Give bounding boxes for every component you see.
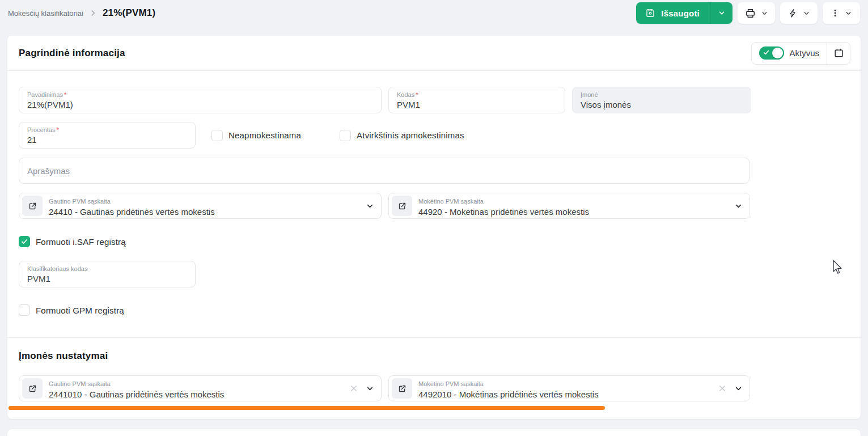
external-link-icon [397,384,407,393]
section-title-main: Pagrindinė informacija [19,48,125,59]
chevron-down-icon [761,10,768,17]
procentas-field[interactable]: Procentas* 21 [19,122,196,149]
toolbar: Išsaugoti [636,2,860,24]
atvirkstinis-checkbox-unchecked[interactable] [340,130,351,141]
chevron-down-icon[interactable] [366,384,374,393]
breadcrumb-chevron-icon [89,9,97,17]
atvirkstinis-label: Atvirkštinis apmokestinimas [357,130,464,140]
gpm-checkbox-row[interactable]: Formuoti GPM registrą [19,304,849,316]
form-row-accounts: Gautino PVM sąskaita 24410 - Gautinas pr… [19,193,849,219]
open-account-button[interactable] [392,378,412,399]
more-menu-button[interactable] [823,2,860,24]
imone-value: Visos įmonės [581,99,743,111]
save-button-group: Išsaugoti [636,2,732,24]
chevron-down-icon[interactable] [366,202,374,210]
kodas-field[interactable]: Kodas* PVM1 [388,87,565,113]
pavadinimas-field[interactable]: Pavadinimas* 21%(PVM1) [19,87,382,113]
main-card: Pagrindinė informacija Aktyvus [7,36,861,419]
company-moketino-pvm-select[interactable]: Mokėtino PVM sąskaita 4492010 - Mokėtina… [388,375,750,401]
save-button[interactable]: Išsaugoti [636,2,710,24]
printer-icon [745,8,756,19]
active-status-group: Aktyvus [751,42,850,65]
calendar-icon [833,48,844,58]
external-link-icon [28,384,37,393]
required-mark: * [416,91,418,98]
isaf-checkbox-checked[interactable] [19,236,30,247]
moketino-pvm-select[interactable]: Mokėtino PVM sąskaita 44920 - Mokėtinas … [388,193,750,219]
moketino-pvm-label: Mokėtino PVM sąskaita [418,198,484,205]
open-account-button[interactable] [22,378,43,399]
save-button-label: Išsaugoti [661,9,700,18]
company-gautino-pvm-select[interactable]: Gautino PVM sąskaita 2441010 - Gautinas … [19,375,382,401]
checkbox-group: Neapmokestinama Atvirkštinis apmokestini… [211,130,464,141]
procentas-label: Procentas [27,126,56,133]
atvirkstinis-checkbox-row[interactable]: Atvirkštinis apmokestinimas [340,130,464,141]
imone-label: Įmonė [581,91,598,98]
chevron-down-icon[interactable] [734,384,743,393]
chevron-down-icon [718,9,726,17]
gpm-label: Formuoti GPM registrą [36,306,124,315]
gautino-pvm-value: 24410 - Gautinas pridėtinės vertės mokes… [49,206,215,217]
page: Mokesčių klasifikatoriai 21%(PVM1) Išsau… [0,0,868,436]
neapmokestinama-checkbox-unchecked[interactable] [211,130,223,141]
company-gautino-pvm-value: 2441010 - Gautinas pridėtinės vertės mok… [49,389,224,400]
chevron-down-icon [803,10,810,17]
gpm-checkbox-unchecked[interactable] [19,304,30,316]
history-calendar-button[interactable] [827,43,850,64]
active-toggle[interactable]: Aktyvus [752,46,827,60]
clear-icon[interactable] [350,384,358,392]
print-button[interactable] [738,2,775,24]
page-title: 21%(PVM1) [103,7,155,19]
company-moketino-pvm-value: 4492010 - Mokėtinas pridėtinės vertės mo… [418,389,599,400]
kodas-value[interactable]: PVM1 [397,99,557,111]
isaf-label: Formuoti i.SAF registrą [36,237,126,247]
check-icon [763,49,769,56]
neapmokestinama-checkbox-row[interactable]: Neapmokestinama [211,130,301,141]
aprasymas-field[interactable]: Aprašymas [19,158,750,184]
save-icon [645,8,655,18]
chevron-down-icon[interactable] [734,202,743,210]
gautino-pvm-select[interactable]: Gautino PVM sąskaita 24410 - Gautinas pr… [19,193,382,219]
company-row-accounts: Gautino PVM sąskaita 2441010 - Gautinas … [19,375,849,401]
klasifikatoriaus-kodas-label: Klasifikatoriaus kodas [27,265,87,272]
open-account-button[interactable] [22,196,43,216]
check-icon [21,238,28,245]
required-mark: * [57,126,59,133]
moketino-pvm-value: 44920 - Mokėtinas pridėtinės vertės moke… [418,206,589,217]
pavadinimas-value[interactable]: 21%(PVM1) [27,99,373,111]
save-dropdown-button[interactable] [710,2,732,24]
clear-icon[interactable] [718,384,726,392]
company-moketino-pvm-label: Mokėtino PVM sąskaita [418,380,484,387]
actions-button[interactable] [780,2,818,24]
section-title-company: Įmonės nustatymai [19,350,849,362]
lightning-icon [788,9,798,18]
aprasymas-placeholder: Aprašymas [27,166,70,176]
chevron-down-icon [845,10,852,17]
horizontal-scrollbar[interactable] [9,406,605,410]
toggle-knob [772,48,783,58]
klasifikatoriaus-kodas-value[interactable]: PVM1 [27,273,187,285]
klasifikatoriaus-kodas-field[interactable]: Klasifikatoriaus kodas PVM1 [19,261,196,287]
form-row-1: Pavadinimas* 21%(PVM1) Kodas* PVM1 Įmonė… [19,87,849,113]
neapmokestinama-label: Neapmokestinama [228,130,301,140]
procentas-value[interactable]: 21 [27,134,187,146]
section-divider [7,337,861,338]
form-row-2: Procentas* 21 Neapmokestinama Atvirkštin… [19,122,849,149]
external-link-icon [397,201,407,211]
pavadinimas-label: Pavadinimas [27,91,63,98]
gautino-pvm-label: Gautino PVM sąskaita [49,198,111,205]
external-link-icon [28,201,37,211]
required-mark: * [64,91,66,98]
imone-field: Įmonė Visos įmonės [572,87,751,113]
isaf-checkbox-row[interactable]: Formuoti i.SAF registrą [19,236,849,247]
next-card-partial [7,429,861,436]
toggle-switch-on[interactable] [759,46,784,60]
topbar: Mokesčių klasifikatoriai 21%(PVM1) Išsau… [0,0,868,26]
kebab-icon [831,9,840,18]
breadcrumb-parent-link[interactable]: Mokesčių klasifikatoriai [8,9,83,18]
active-toggle-label: Aktyvus [789,48,819,58]
card-header: Pagrindinė informacija Aktyvus [7,36,861,71]
open-account-button[interactable] [392,196,412,216]
kodas-label: Kodas [397,91,414,98]
company-gautino-pvm-label: Gautino PVM sąskaita [49,380,111,387]
